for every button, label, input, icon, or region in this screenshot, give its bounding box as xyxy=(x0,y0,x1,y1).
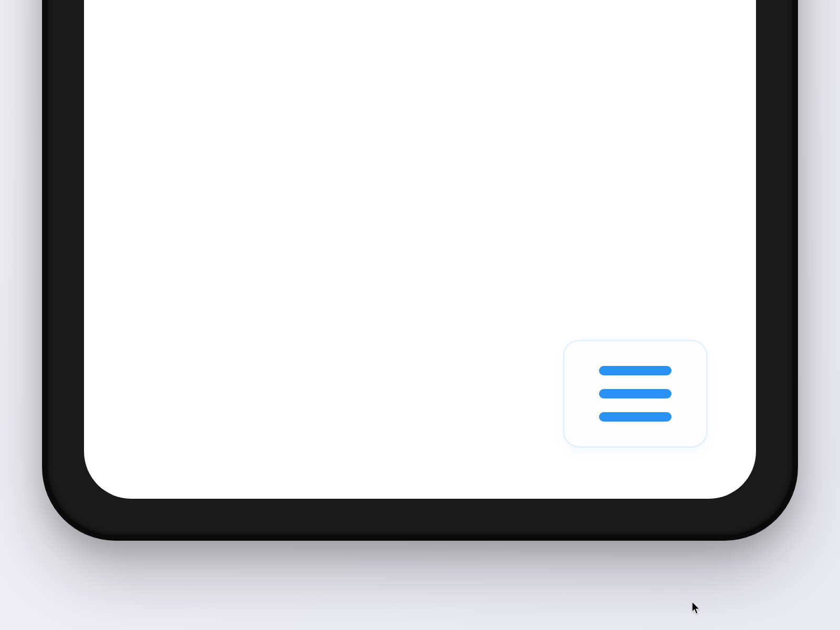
device-screen xyxy=(84,0,756,499)
device-bezel xyxy=(47,0,793,536)
hamburger-line-middle xyxy=(599,389,671,398)
menu-button[interactable] xyxy=(564,341,706,446)
device-frame xyxy=(42,0,798,541)
hamburger-menu-icon xyxy=(599,366,671,422)
mouse-cursor xyxy=(692,602,701,615)
hamburger-line-top xyxy=(599,366,671,375)
hamburger-line-bottom xyxy=(599,412,671,422)
